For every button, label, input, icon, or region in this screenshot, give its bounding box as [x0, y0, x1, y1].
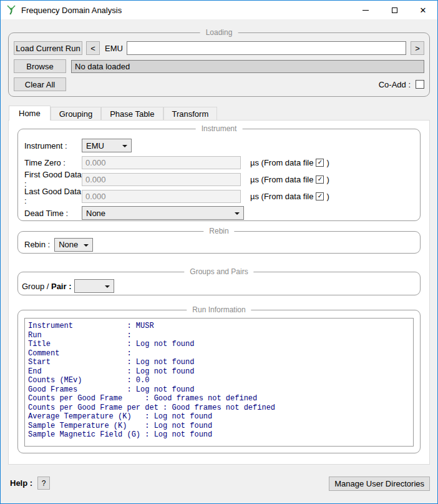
first-good-data-field: 0.000: [82, 173, 241, 186]
chevron-down-icon: [84, 244, 89, 247]
load-current-run-button[interactable]: Load Current Run: [14, 41, 82, 55]
last-good-data-from-file-checkbox[interactable]: ✓: [316, 192, 324, 200]
group-pair-label: Group / Pair :: [22, 282, 71, 291]
tab-phase-table[interactable]: Phase Table: [101, 107, 163, 120]
tab-home[interactable]: Home: [9, 106, 51, 121]
window-controls: ✕: [351, 1, 437, 19]
last-good-data-field: 0.000: [82, 190, 241, 203]
runinfo-line: Comment :: [28, 349, 413, 358]
from-data-file-label: µs (From data file: [250, 158, 313, 167]
run-number-input[interactable]: [127, 41, 406, 55]
loading-row-clear: Clear All Co-Add :: [14, 77, 424, 91]
close-icon: ✕: [420, 6, 427, 14]
group-pair-label-normal: Group /: [22, 282, 51, 291]
loading-row-browse: Browse No data loaded: [14, 59, 424, 73]
first-good-data-row: First Good Data : 0.000 µs (From data fi…: [24, 172, 414, 186]
groups-pairs-groupbox: Groups and Pairs Group / Pair :: [17, 272, 421, 295]
minimize-icon: [363, 10, 369, 11]
loading-groupbox: Loading Load Current Run < EMU > Browse …: [8, 32, 430, 97]
chevron-down-icon: [122, 145, 127, 147]
instrument-groupbox: Instrument Instrument : EMU Time Zero : …: [17, 129, 421, 221]
time-zero-unit: µs (From data file ✓ ): [250, 158, 329, 167]
from-data-file-label: µs (From data file: [250, 192, 313, 201]
paren-close-label: ): [326, 192, 329, 201]
maximize-icon: [392, 7, 397, 13]
last-good-data-unit: µs (From data file ✓ ): [250, 192, 329, 201]
time-zero-label: Time Zero :: [24, 158, 82, 167]
first-good-data-label: First Good Data :: [24, 170, 82, 189]
loading-legend: Loading: [200, 28, 238, 37]
runinfo-line: Instrument : MUSR: [28, 322, 413, 331]
group-pair-label-bold: Pair :: [51, 282, 72, 291]
group-pair-select[interactable]: [74, 279, 114, 293]
next-run-button[interactable]: >: [411, 41, 424, 55]
home-tab-panel: Instrument Instrument : EMU Time Zero : …: [8, 120, 430, 465]
load-status-field: No data loaded: [71, 60, 424, 73]
app-window: Frequency Domain Analysis ✕ Loading Load…: [0, 0, 438, 504]
first-good-data-unit: µs (From data file ✓ ): [250, 175, 329, 184]
first-good-data-from-file-checkbox[interactable]: ✓: [316, 175, 324, 184]
runinfo-line: Counts per Good Frame : Good frames not …: [28, 394, 413, 403]
dead-time-row: Dead Time : None: [24, 206, 414, 220]
runinfo-line: Good Frames : Log not found: [28, 385, 413, 395]
coadd-label: Co-Add :: [379, 80, 411, 89]
browse-button[interactable]: Browse: [14, 59, 66, 73]
last-good-data-label: Last Good Data :: [24, 187, 82, 205]
help-label: Help :: [10, 477, 32, 490]
rebin-legend: Rebin: [203, 227, 234, 235]
maximize-button[interactable]: [380, 1, 409, 19]
tab-transform[interactable]: Transform: [163, 107, 218, 120]
minimize-button[interactable]: [351, 1, 380, 19]
chevron-down-icon: [235, 212, 240, 215]
run-information-legend: Run Information: [187, 305, 251, 314]
runinfo-line: Run :: [28, 331, 413, 340]
time-zero-from-file-checkbox[interactable]: ✓: [316, 159, 324, 167]
from-data-file-label: µs (From data file: [250, 175, 313, 184]
run-information-text-area[interactable]: Instrument : MUSR Run : Title : Log not …: [24, 318, 414, 447]
close-button[interactable]: ✕: [409, 1, 437, 19]
instrument-select[interactable]: EMU: [82, 139, 132, 152]
rebin-label: Rebin :: [24, 240, 50, 249]
mantid-logo-icon: [6, 5, 16, 15]
runinfo-line: Sample Temperature (K) : Log not found: [28, 422, 413, 431]
help-button[interactable]: ?: [37, 477, 50, 490]
title-bar: Frequency Domain Analysis ✕: [1, 1, 437, 19]
window-title: Frequency Domain Analysis: [21, 6, 122, 15]
previous-run-button[interactable]: <: [86, 41, 100, 55]
rebin-select[interactable]: None: [54, 238, 93, 252]
instrument-legend: Instrument: [196, 124, 243, 133]
runinfo-line: Counts per Good Frame per det : Good fra…: [28, 403, 413, 413]
dead-time-label: Dead Time :: [24, 209, 82, 218]
runinfo-line: Counts (MEv) : 0.0: [28, 376, 413, 385]
rebin-groupbox: Rebin Rebin : None: [17, 231, 421, 254]
runinfo-line: End : Log not found: [28, 367, 413, 377]
dead-time-select[interactable]: None: [82, 206, 244, 220]
paren-close-label: ): [326, 158, 329, 167]
chevron-down-icon: [105, 285, 110, 288]
dead-time-selected-value: None: [86, 209, 105, 218]
footer-bar: Help : ? Manage User Directories: [1, 465, 437, 503]
runinfo-line: Sample Magnetic Field (G) : Log not foun…: [28, 430, 413, 440]
runinfo-line: Average Temperature (K) : Log not found: [28, 412, 413, 422]
clear-all-button[interactable]: Clear All: [14, 77, 66, 91]
time-zero-row: Time Zero : 0.000 µs (From data file ✓ ): [24, 156, 414, 169]
loading-row-run: Load Current Run < EMU >: [14, 41, 424, 55]
time-zero-field: 0.000: [82, 156, 241, 169]
tab-bar: Home Grouping Phase Table Transform: [9, 106, 430, 120]
rebin-selected-value: None: [59, 240, 78, 249]
tab-grouping[interactable]: Grouping: [51, 107, 101, 120]
instrument-selected-value: EMU: [86, 141, 104, 151]
manage-user-directories-button[interactable]: Manage User Directories: [329, 477, 430, 491]
instrument-row: Instrument : EMU: [24, 139, 414, 152]
run-information-groupbox: Run Information Instrument : MUSR Run : …: [17, 310, 421, 453]
last-good-data-row: Last Good Data : 0.000 µs (From data fil…: [24, 189, 414, 203]
coadd-checkbox[interactable]: [416, 80, 424, 89]
instrument-prefix-label: EMU: [105, 44, 123, 53]
instrument-label: Instrument :: [24, 141, 82, 151]
paren-close-label: ): [326, 175, 329, 184]
groups-pairs-legend: Groups and Pairs: [184, 267, 253, 276]
runinfo-line: Start : Log not found: [28, 358, 413, 367]
runinfo-line: Title : Log not found: [28, 340, 413, 349]
